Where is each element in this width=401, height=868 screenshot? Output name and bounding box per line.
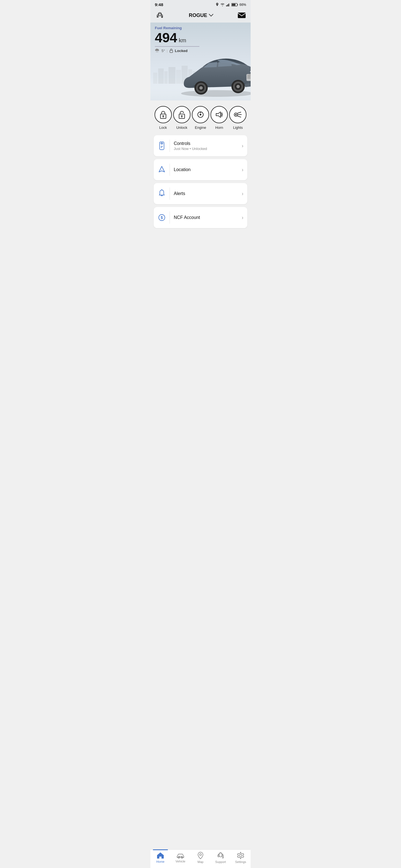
hero-section: Fuel Remaining 494 km 5° | Locked <box>150 23 251 100</box>
vehicle-name-label: ROGUE <box>189 12 207 18</box>
svg-rect-24 <box>170 50 173 53</box>
lights-button[interactable]: Lights <box>229 106 247 130</box>
svg-point-44 <box>181 116 182 117</box>
engine-icon <box>197 111 204 119</box>
ncf-title: NCF Account <box>174 215 238 220</box>
location-text: Location <box>174 167 238 172</box>
engine-label: Engine <box>195 125 206 130</box>
svg-line-53 <box>237 116 241 117</box>
controls-row: Lock Unlock <box>154 106 247 130</box>
lock-label: Lock <box>159 125 167 130</box>
ncf-icon-wrap: $ <box>157 211 170 224</box>
location-status-icon <box>216 3 219 7</box>
svg-rect-2 <box>228 4 229 6</box>
svg-point-41 <box>162 116 164 117</box>
svg-point-54 <box>235 114 237 116</box>
svg-rect-37 <box>247 78 251 79</box>
mail-icon[interactable] <box>237 11 246 19</box>
ncf-text: NCF Account <box>174 215 238 220</box>
controls-text: Controls Just Now • Unlocked <box>174 141 238 151</box>
svg-rect-16 <box>169 67 175 84</box>
svg-rect-6 <box>232 4 235 6</box>
engine-circle <box>192 106 209 123</box>
signal-icon <box>226 3 230 6</box>
fuel-label: Fuel Remaining <box>155 26 246 30</box>
svg-point-29 <box>199 86 203 90</box>
alerts-text: Alerts <box>174 191 238 196</box>
alerts-title: Alerts <box>174 191 238 196</box>
svg-text:$: $ <box>161 215 163 220</box>
fuel-value: 494 <box>155 31 177 44</box>
svg-rect-12 <box>238 12 246 18</box>
svg-rect-13 <box>153 72 157 84</box>
lock-button[interactable]: Lock <box>154 106 172 130</box>
chevron-down-icon <box>209 14 213 17</box>
status-icons: 66% <box>216 3 246 7</box>
horn-circle <box>210 106 228 123</box>
lock-status-icon <box>169 49 173 53</box>
battery-percent: 66% <box>239 3 246 7</box>
svg-rect-39 <box>221 74 225 75</box>
menu-section: Controls Just Now • Unlocked › Location … <box>150 135 251 250</box>
dollar-circle-icon: $ <box>158 213 166 222</box>
controls-icon-wrap <box>157 140 170 152</box>
ncf-chevron: › <box>242 215 244 221</box>
battery-icon <box>231 3 238 6</box>
vehicle-controls: Lock Unlock <box>150 100 251 135</box>
svg-rect-3 <box>229 3 230 6</box>
unlock-label: Unlock <box>176 125 188 130</box>
svg-point-56 <box>161 143 162 145</box>
weather-icon <box>155 49 160 53</box>
svg-rect-1 <box>227 4 228 6</box>
remote-icon <box>158 141 166 150</box>
svg-point-47 <box>200 114 201 116</box>
lights-label: Lights <box>233 125 243 130</box>
navigation-icon <box>158 165 166 174</box>
controls-menu-item[interactable]: Controls Just Now • Unlocked › <box>154 135 247 156</box>
support-icon[interactable] <box>155 10 165 20</box>
wifi-icon <box>220 3 225 6</box>
controls-chevron: › <box>242 143 244 149</box>
svg-rect-15 <box>164 71 168 84</box>
car-image <box>178 45 251 100</box>
location-icon-wrap <box>157 163 170 176</box>
svg-rect-58 <box>161 147 162 148</box>
bell-icon <box>158 189 166 198</box>
vehicle-name-dropdown[interactable]: ROGUE <box>189 12 213 18</box>
svg-rect-57 <box>161 146 163 147</box>
svg-point-33 <box>236 85 240 88</box>
engine-button[interactable]: Engine <box>192 106 209 130</box>
location-title: Location <box>174 167 238 172</box>
unlock-circle <box>173 106 191 123</box>
alerts-chevron: › <box>242 191 244 197</box>
unlock-button[interactable]: Unlock <box>173 106 191 130</box>
lights-circle <box>229 106 247 123</box>
location-chevron: › <box>242 167 244 173</box>
horn-label: Horn <box>215 125 223 130</box>
svg-rect-5 <box>237 4 238 5</box>
horn-icon <box>215 111 223 118</box>
svg-line-51 <box>237 112 241 113</box>
unlock-icon <box>178 111 186 119</box>
temperature-value: 5° <box>162 49 165 53</box>
lock-circle <box>154 106 172 123</box>
lights-icon <box>234 111 242 118</box>
svg-rect-14 <box>158 68 164 84</box>
svg-rect-55 <box>160 142 164 150</box>
controls-title: Controls <box>174 141 238 146</box>
app-header: ROGUE <box>150 8 251 23</box>
status-bar: 9:48 66% <box>150 0 251 8</box>
alerts-menu-item[interactable]: Alerts › <box>154 183 247 204</box>
location-menu-item[interactable]: Location › <box>154 159 247 180</box>
status-time: 9:48 <box>155 2 163 7</box>
controls-subtitle: Just Now • Unlocked <box>174 147 238 151</box>
ncf-account-menu-item[interactable]: $ NCF Account › <box>154 207 247 228</box>
fuel-unit: km <box>179 37 186 44</box>
lock-icon <box>159 111 167 119</box>
svg-rect-0 <box>226 5 227 6</box>
alerts-icon-wrap <box>157 187 170 200</box>
horn-button[interactable]: Horn <box>210 106 228 130</box>
